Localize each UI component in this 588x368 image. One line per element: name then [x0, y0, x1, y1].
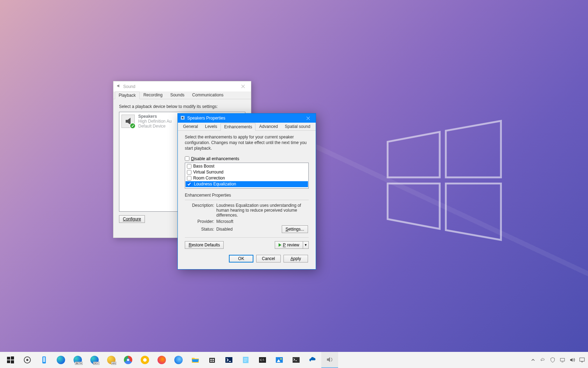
taskbar[interactable]: BETA DEV AN C:\ [0, 352, 588, 368]
tray-action-center-icon[interactable] [578, 356, 586, 364]
taskbar-firefox[interactable] [153, 352, 170, 368]
taskbar-chrome-canary[interactable] [136, 352, 153, 368]
enh-loudness-equalization[interactable]: Loudness Equalization [186, 181, 308, 187]
sound-title: Sound [121, 84, 235, 89]
speaker-icon [116, 83, 121, 89]
close-button[interactable] [300, 114, 316, 123]
restore-defaults-button[interactable]: Restore Defaults [185, 241, 224, 249]
sound-titlebar[interactable]: Sound [113, 81, 251, 91]
svg-rect-25 [560, 358, 565, 361]
provider-value: Microsoft [216, 219, 308, 224]
taskbar-edge-canary[interactable]: AN [103, 352, 120, 368]
svg-rect-14 [225, 357, 232, 363]
taskbar-edge-beta[interactable]: BETA [69, 352, 86, 368]
properties-title: Speakers Properties [185, 116, 300, 121]
play-icon [279, 243, 281, 247]
room-correction-label: Room Correction [193, 176, 225, 180]
svg-rect-12 [210, 361, 212, 362]
svg-rect-9 [209, 358, 215, 363]
svg-rect-2 [11, 356, 14, 360]
device-line2: High Definition Au [138, 119, 172, 124]
taskbar-edge-dev[interactable]: DEV [86, 352, 103, 368]
properties-tabbar: General Levels Enhancements Advanced Spa… [178, 123, 316, 131]
loudness-equalization-checkbox[interactable] [187, 182, 191, 186]
taskbar-cmd[interactable]: C:\ [254, 352, 271, 368]
ok-button[interactable]: OK [229, 255, 253, 263]
configure-button[interactable]: Configure [119, 215, 145, 223]
enh-bass-boost[interactable]: Bass Boost [186, 163, 308, 169]
taskbar-store[interactable] [204, 352, 220, 368]
playback-instruction: Select a playback device below to modify… [119, 103, 245, 112]
cancel-button[interactable]: Cancel [256, 255, 281, 263]
tab-playback[interactable]: Playback [115, 91, 140, 99]
tab-general[interactable]: General [180, 123, 202, 130]
settings-button[interactable]: Settings... [282, 225, 308, 233]
dialog-button-row: OK Cancel Apply [178, 252, 316, 266]
enh-virtual-surround[interactable]: Virtual Surround [186, 169, 308, 175]
start-button[interactable] [2, 352, 19, 368]
taskbar-sound-control-panel[interactable] [321, 352, 338, 368]
svg-text:C:\: C:\ [260, 358, 264, 362]
tray-vm-icon[interactable] [559, 356, 566, 364]
description-label: Description: [186, 203, 216, 218]
svg-rect-13 [212, 361, 214, 362]
tab-spatial-sound[interactable]: Spatial sound [281, 123, 314, 130]
tab-levels[interactable]: Levels [202, 123, 221, 130]
disable-all-enhancements-row[interactable]: Disable all enhancements [185, 156, 309, 161]
taskbar-firefox-dev[interactable] [170, 352, 187, 368]
svg-rect-10 [210, 359, 212, 360]
svg-rect-1 [7, 357, 10, 360]
taskbar-chrome[interactable] [120, 352, 136, 368]
taskbar-photos[interactable] [271, 352, 288, 368]
svg-point-23 [280, 358, 282, 360]
preview-button[interactable]: Preview [275, 241, 303, 249]
apply-button[interactable]: Apply [284, 255, 308, 263]
svg-rect-11 [212, 359, 214, 360]
device-name: Speakers [138, 114, 172, 119]
tray-onedrive-icon[interactable] [539, 356, 547, 364]
device-line3: Default Device [138, 124, 172, 129]
taskbar-edge[interactable] [52, 352, 69, 368]
device-text: Speakers High Definition Au Default Devi… [138, 114, 172, 129]
virtual-surround-checkbox[interactable] [187, 170, 191, 175]
svg-point-6 [26, 359, 28, 361]
properties-titlebar[interactable]: Speakers Properties [178, 114, 316, 123]
tray-volume-icon[interactable] [568, 356, 576, 364]
enhancement-properties-group: Enhancement Properties Description: Loud… [185, 193, 309, 233]
tray-security-icon[interactable] [549, 356, 556, 364]
taskbar-notepad[interactable] [237, 352, 254, 368]
preview-dropdown-arrow[interactable]: ▼ [303, 241, 309, 249]
taskbar-onedrive[interactable] [304, 352, 321, 368]
bass-boost-checkbox[interactable] [187, 164, 191, 169]
svg-rect-4 [11, 360, 14, 363]
tab-communications[interactable]: Communications [188, 91, 227, 99]
enhancement-properties-header: Enhancement Properties [185, 193, 309, 198]
default-check-icon: ✓ [130, 123, 136, 129]
disable-all-checkbox[interactable] [185, 156, 189, 161]
tab-recording[interactable]: Recording [140, 91, 167, 99]
status-label: Status: [186, 227, 216, 232]
tab-advanced[interactable]: Advanced [255, 123, 281, 130]
virtual-surround-label: Virtual Surround [193, 170, 224, 175]
taskbar-settings[interactable] [19, 352, 36, 368]
provider-label: Provider: [186, 219, 216, 224]
tab-enhancements[interactable]: Enhancements [220, 123, 255, 131]
enhancements-instruction: Select the enhancements to apply for you… [185, 134, 309, 155]
speaker-icon [180, 115, 185, 121]
taskbar-powershell[interactable] [220, 352, 237, 368]
enh-room-correction[interactable]: Room Correction [186, 175, 308, 181]
room-correction-checkbox[interactable] [187, 176, 191, 180]
speakers-properties-dialog: Speakers Properties General Levels Enhan… [177, 113, 316, 270]
taskbar-phone[interactable] [36, 352, 52, 368]
system-tray[interactable] [529, 356, 586, 364]
status-value: Disabled [216, 227, 233, 232]
tray-overflow-icon[interactable] [529, 356, 537, 364]
taskbar-terminal[interactable] [288, 352, 304, 368]
preview-split-button[interactable]: Preview ▼ [275, 241, 309, 249]
svg-rect-24 [293, 357, 300, 363]
svg-rect-27 [580, 358, 584, 361]
close-button[interactable] [235, 81, 251, 91]
taskbar-file-explorer[interactable] [187, 352, 204, 368]
tab-sounds[interactable]: Sounds [166, 91, 188, 99]
enhancements-list[interactable]: Bass Boost Virtual Surround Room Correct… [185, 163, 309, 189]
